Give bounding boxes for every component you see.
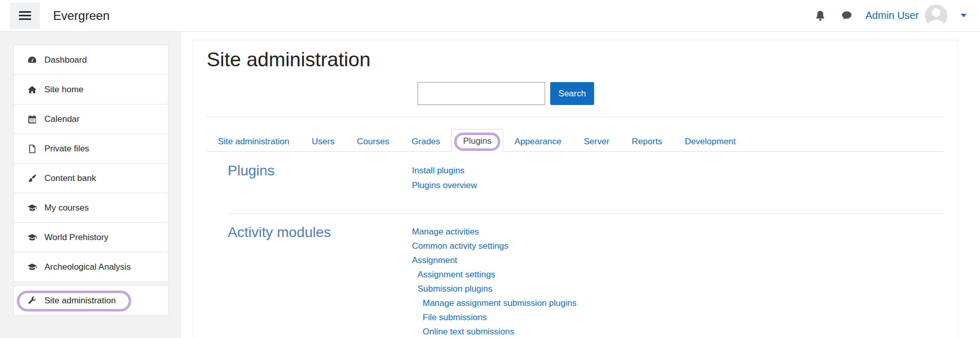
sidebar-item-label: Site administration (44, 296, 116, 306)
notification-bell-icon[interactable] (814, 9, 827, 22)
sidebar-item-label: Dashboard (44, 55, 87, 65)
sidebar-item-label: World Prehistory (44, 232, 108, 243)
admin-tab-bar: Site administration Users Courses Grades… (207, 132, 944, 152)
main-content-region: Site administration Search Site administ… (192, 40, 958, 338)
divider (228, 213, 944, 214)
tab-users[interactable]: Users (301, 132, 346, 151)
sidebar-item-label: Private files (44, 144, 89, 154)
top-navbar: Evergreen Admin User (0, 0, 980, 32)
sidebar-item-site-home[interactable]: Site home (13, 74, 168, 105)
sidebar-item-private-files[interactable]: Private files (13, 134, 168, 164)
graduation-cap-icon (27, 232, 37, 243)
page-title: Site administration (207, 48, 371, 71)
link-submission-plugins[interactable]: Submission plugins (418, 284, 492, 294)
dropdown-caret-icon[interactable] (961, 14, 967, 17)
tab-grades[interactable]: Grades (401, 132, 452, 151)
sidebar-item-site-administration[interactable]: Site administration (13, 285, 168, 316)
tab-appearance[interactable]: Appearance (503, 132, 573, 151)
sidebar-item-label: Archeological Analysis (44, 262, 131, 272)
link-file-submissions[interactable]: File submissions (423, 313, 487, 323)
link-common-activity-settings[interactable]: Common activity settings (412, 241, 508, 251)
admin-search-input[interactable] (418, 82, 545, 105)
link-online-text-submissions[interactable]: Online text submissions (423, 327, 514, 337)
tab-site-administration[interactable]: Site administration (207, 132, 301, 151)
home-icon (27, 85, 37, 95)
paintbrush-icon (27, 173, 37, 184)
tab-plugins[interactable]: Plugins (451, 129, 503, 152)
sidebar-item-archeological-analysis[interactable]: Archeological Analysis (13, 252, 168, 282)
header-user-area: Admin User (800, 5, 967, 27)
sidebar-item-label: Calendar (44, 114, 80, 124)
section-heading-activity-modules: Activity modules (228, 224, 331, 241)
link-install-plugins[interactable]: Install plugins (412, 166, 464, 176)
nav-list: Dashboard Site home Calendar Private fil… (13, 45, 168, 316)
sidebar-item-label: Site home (44, 85, 84, 95)
user-avatar[interactable] (925, 5, 947, 27)
hamburger-menu-icon (19, 11, 31, 13)
search-button[interactable]: Search (550, 82, 594, 105)
hamburger-menu-button[interactable] (10, 3, 40, 29)
link-manage-assignment-submission-plugins[interactable]: Manage assignment submission plugins (423, 298, 576, 308)
link-manage-activities[interactable]: Manage activities (412, 227, 479, 237)
tab-label: Plugins (463, 136, 492, 146)
sidebar-item-content-bank[interactable]: Content bank (13, 163, 168, 193)
tab-server[interactable]: Server (573, 132, 621, 151)
file-icon (27, 144, 37, 154)
section-heading-plugins: Plugins (228, 163, 275, 179)
wrench-icon (27, 296, 37, 306)
user-menu-link[interactable]: Admin User (866, 10, 919, 21)
nav-drawer: Dashboard Site home Calendar Private fil… (0, 32, 181, 338)
link-assignment[interactable]: Assignment (412, 255, 457, 266)
graduation-cap-icon (27, 262, 37, 272)
tab-reports[interactable]: Reports (621, 132, 674, 151)
sidebar-item-my-courses[interactable]: My courses (13, 193, 168, 223)
sidebar-item-dashboard[interactable]: Dashboard (13, 45, 168, 75)
sidebar-item-label: Content bank (44, 173, 96, 184)
site-brand[interactable]: Evergreen (53, 9, 110, 23)
sidebar-item-label: My courses (44, 203, 89, 213)
link-assignment-settings[interactable]: Assignment settings (418, 270, 495, 280)
divider (207, 117, 944, 117)
calendar-icon (27, 114, 37, 124)
sidebar-item-calendar[interactable]: Calendar (13, 104, 168, 134)
graduation-cap-icon (27, 203, 37, 213)
sidebar-item-world-prehistory[interactable]: World Prehistory (13, 222, 168, 252)
messages-chat-icon[interactable] (840, 9, 853, 22)
tab-development[interactable]: Development (673, 132, 747, 151)
dashboard-gauge-icon (27, 55, 37, 65)
link-plugins-overview[interactable]: Plugins overview (412, 180, 477, 191)
tab-courses[interactable]: Courses (346, 132, 400, 151)
